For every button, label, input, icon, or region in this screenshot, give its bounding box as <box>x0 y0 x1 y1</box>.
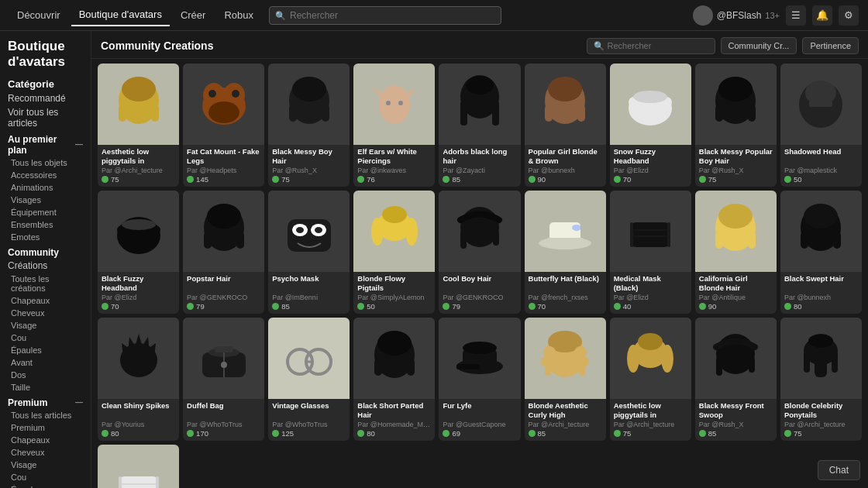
item-card[interactable]: Shadowed Head Par @maplestick 50 <box>780 64 862 187</box>
robux-icon <box>443 176 450 183</box>
header-search-input[interactable] <box>608 41 708 50</box>
item-card[interactable]: Black Swept Hair Par @bunnexh 80 <box>780 191 862 314</box>
sidebar-item-premium-tous[interactable]: Tous les articles <box>0 409 91 421</box>
item-price: 40 <box>614 302 687 311</box>
nav-item-robux[interactable]: Robux <box>216 5 261 26</box>
sidebar-item-voir-tous[interactable]: Voir tous les articles <box>0 105 91 130</box>
sidebar-item-premium-chapeaux[interactable]: Chapeaux <box>0 434 91 446</box>
item-info: Elf Ears w/ White Piercings Par @inkwave… <box>353 145 435 187</box>
item-card[interactable]: Black Messy Popular Boy Hair Par @Rush_X… <box>695 64 777 187</box>
item-creator: Par @Archi_tecture <box>784 421 858 428</box>
nav-icon-notifications[interactable]: 🔔 <box>812 5 832 26</box>
item-price-value: 40 <box>623 302 632 311</box>
item-card[interactable]: Black Short Parted Hair Par @Homemade_Me… <box>353 318 435 441</box>
item-card[interactable]: Clean Shiny Spikes Par @Yourius 80 <box>98 318 179 441</box>
sidebar-item-dos[interactable]: Dos <box>0 369 91 381</box>
nav-item-creer[interactable]: Créer <box>173 5 214 26</box>
sidebar-item-equipement[interactable]: Équipement <box>0 206 91 218</box>
robux-icon <box>699 303 706 310</box>
item-name: Popular Girl Blonde & Brown <box>529 147 602 166</box>
item-card[interactable]: Elf Ears w/ White Piercings Par @inkwave… <box>353 64 435 187</box>
item-price-value: 75 <box>111 175 119 184</box>
item-card[interactable]: Popstar Hair Par @GENKROCO 79 <box>183 191 264 314</box>
item-price-value: 85 <box>452 175 460 184</box>
sidebar-item-recommande[interactable]: Recommandé <box>0 91 91 105</box>
item-card[interactable]: Blonde Aesthetic Curly High Par @Archi_t… <box>525 318 606 441</box>
item-name: Aesthetic low piggytails in <box>102 147 175 166</box>
item-card[interactable]: Butterfly Hat (Black) Par @french_rxses … <box>525 191 606 314</box>
item-card[interactable]: Snow Fuzzy Headband Par @Elizd 70 <box>610 64 691 187</box>
filter-button[interactable]: Community Cr... <box>721 37 797 54</box>
item-card[interactable]: Fur Lyfe Par @GuestCapone 69 <box>439 318 520 441</box>
chat-button[interactable]: Chat <box>818 460 860 480</box>
sidebar-item-animations[interactable]: Animations <box>0 181 91 194</box>
content-area: Community Creations 🔍 Community Cr... Pe… <box>91 31 868 488</box>
sidebar-item-epaules[interactable]: Épaules <box>0 344 91 356</box>
item-card[interactable]: Blonde Flowy Pigtails Par @SimplyALemon … <box>353 191 435 314</box>
sidebar-item-tous-objets[interactable]: Tous les objets <box>0 156 91 169</box>
sidebar-item-creations[interactable]: Créations <box>0 259 91 273</box>
item-card[interactable]: Black Messy Front Swoop Par @Rush_X 85 <box>695 318 777 441</box>
svg-point-57 <box>382 206 407 223</box>
item-thumb <box>183 191 264 272</box>
sidebar-item-premium-visage[interactable]: Visage <box>0 459 91 471</box>
robux-icon <box>529 176 536 183</box>
sidebar-item-avant[interactable]: Avant <box>0 356 91 369</box>
nav-icon-chat[interactable]: ☰ <box>786 5 806 26</box>
sidebar-item-chapeaux[interactable]: Chapeaux <box>0 294 91 307</box>
sidebar-item-emotes[interactable]: Emotes <box>0 231 91 243</box>
item-card[interactable]: Fat Cat Mount - Fake Legs Par @Headpets … <box>183 64 264 187</box>
item-card[interactable]: Duffel Bag Par @WhoToTrus 170 <box>183 318 264 441</box>
sidebar-item-cou[interactable]: Cou <box>0 332 91 344</box>
svg-point-55 <box>371 218 384 246</box>
item-card[interactable]: Medical Mask (Black) Par @Elizd 40 <box>610 191 691 314</box>
item-card[interactable]: Adorbs black long hair Par @Zayacti 85 <box>439 64 520 187</box>
item-creator: Par @Archi_tecture <box>529 421 602 428</box>
robux-icon <box>614 430 621 437</box>
item-card[interactable]: Popular Girl Blonde & Brown Par @bunnexh… <box>525 64 606 187</box>
item-name: Vintage Glasses <box>272 401 346 420</box>
item-price: 70 <box>614 175 687 184</box>
sidebar-item-premium-cou[interactable]: Cou <box>0 471 91 483</box>
avatar-wrap[interactable]: @BFSlash 13+ <box>693 5 780 26</box>
sort-button[interactable]: Pertinence <box>802 37 859 54</box>
sidebar-item-visage[interactable]: Visage <box>0 319 91 332</box>
nav-search-input[interactable] <box>269 6 501 25</box>
item-thumb <box>610 64 691 145</box>
nav-icon-settings[interactable]: ⚙ <box>839 5 859 26</box>
sidebar-item-premium-epaules[interactable]: Épaules <box>0 483 91 488</box>
sidebar-item-cheveux[interactable]: Cheveux <box>0 307 91 319</box>
item-card[interactable]: Blonde Celebrity Ponytails Par @Archi_te… <box>780 318 862 441</box>
item-card[interactable]: Psycho Mask Par @ImBenni 85 <box>268 191 350 314</box>
item-card[interactable]: Cool Boy Hair Par @GENKROCO 79 <box>439 191 520 314</box>
nav-item-boutique[interactable]: Boutique d'avatars <box>71 4 170 26</box>
item-card[interactable]: Aesthetic low piggytails in Par @Archi_t… <box>610 318 691 441</box>
robux-icon <box>357 430 364 437</box>
item-price-value: 90 <box>708 302 717 311</box>
sidebar-item-accessoires[interactable]: Accessoires <box>0 169 91 181</box>
sidebar-item-ensembles[interactable]: Ensembles <box>0 218 91 231</box>
sidebar-item-premium-cheveux[interactable]: Cheveux <box>0 446 91 459</box>
svg-point-37 <box>725 77 746 93</box>
item-info: Psycho Mask Par @ImBenni 85 <box>268 272 350 314</box>
svg-rect-22 <box>460 101 467 125</box>
item-card[interactable]: Vintage Glasses Par @WhoToTrus 125 <box>268 318 350 441</box>
svg-rect-2 <box>119 105 126 122</box>
item-card[interactable]: California Girl Blonde Hair Par @Antiliq… <box>695 191 777 314</box>
item-card[interactable]: Aesthetic low piggytails in Par @Archi_t… <box>98 64 179 187</box>
svg-rect-35 <box>715 105 723 122</box>
sidebar-item-premium[interactable]: Premium <box>0 421 91 434</box>
item-card[interactable]: Medical M... (White) Par @Elizd 40 <box>98 445 179 488</box>
item-card[interactable]: Black Fuzzy Headband Par @Elizd 70 <box>98 191 179 314</box>
item-info: Aesthetic low piggytails in Par @Archi_t… <box>610 399 691 441</box>
sidebar-item-toutes-creations[interactable]: Toutes les créations <box>0 273 91 294</box>
svg-point-56 <box>405 218 418 246</box>
item-price: 79 <box>443 302 516 311</box>
nav-item-decouvrir[interactable]: Découvrir <box>9 5 68 26</box>
item-name: Shadowed Head <box>784 147 858 166</box>
svg-point-79 <box>810 204 832 220</box>
item-price-value: 75 <box>708 175 717 184</box>
item-card[interactable]: Black Messy Boy Hair Par @Rush_X 75 <box>268 64 350 187</box>
sidebar-item-visages[interactable]: Visages <box>0 194 91 206</box>
sidebar-item-taille[interactable]: Taille <box>0 381 91 393</box>
